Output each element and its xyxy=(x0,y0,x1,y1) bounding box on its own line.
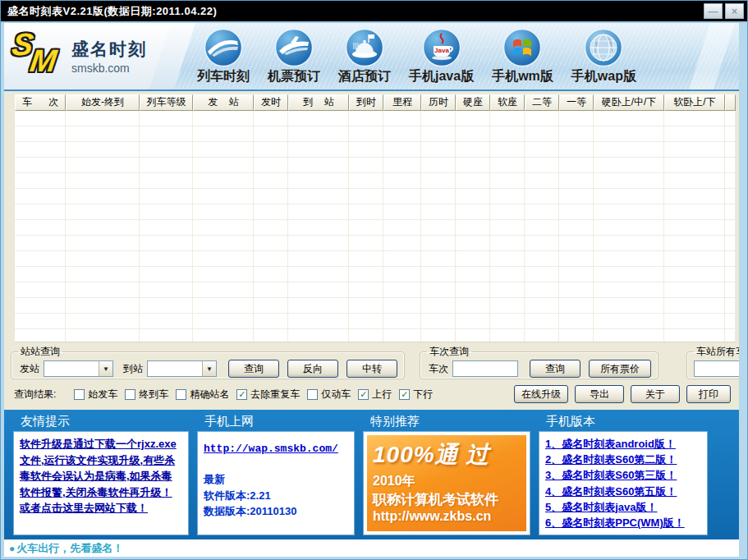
chevron-down-icon: ▼ xyxy=(99,361,112,376)
status-text: 火车出行，先看盛名！ xyxy=(16,541,123,556)
status-bar: ● 火车出行，先看盛名！ xyxy=(4,539,739,557)
toolbar-label: 酒店预订 xyxy=(338,68,391,85)
toolbar-flight-booking[interactable]: 机票预订 xyxy=(264,28,324,85)
train-table-body[interactable] xyxy=(15,111,736,342)
checkbox-label: 去除重复车 xyxy=(250,388,300,402)
checkbox-remove-duplicates[interactable]: ✓ 去除重复车 xyxy=(236,388,300,402)
version-link-android[interactable]: 1、盛名时刻表android版！ xyxy=(545,436,701,452)
col-header-origin-dest[interactable]: 始发-终到 xyxy=(66,94,140,111)
panel-tips: 友情提示 软件升级是通过下载一个rjxz.exe文件,运行该文件实现升级,有些杀… xyxy=(14,411,188,542)
ad-line-1: 100%通 过 xyxy=(373,439,521,470)
train-icon xyxy=(204,28,243,67)
station-all-combobox[interactable]: ▼ xyxy=(694,360,739,377)
toolbar-mobile-wap[interactable]: 手机wap版 xyxy=(567,28,640,85)
train-no-label: 车次 xyxy=(429,362,448,376)
train-search-button[interactable]: 查询 xyxy=(530,360,581,378)
table-column xyxy=(349,111,383,342)
panel-recommend-title: 特别推荐 xyxy=(364,411,530,432)
col-header-hard-seat[interactable]: 硬座 xyxy=(456,94,490,111)
from-station-value xyxy=(44,361,99,376)
to-station-combobox[interactable]: ▼ xyxy=(147,360,217,377)
export-button[interactable]: 导出 xyxy=(575,385,624,403)
col-header-soft-seat[interactable]: 软座 xyxy=(490,94,525,111)
table-column xyxy=(193,111,254,342)
logo-letter-m: M xyxy=(28,44,59,79)
checkbox-label: 下行 xyxy=(413,388,433,402)
about-button[interactable]: 关于 xyxy=(631,385,680,403)
col-header-train-no[interactable]: 车 次 xyxy=(15,94,66,111)
online-upgrade-button[interactable]: 在线升级 xyxy=(514,385,568,403)
close-button[interactable]: × xyxy=(725,3,744,19)
checkbox-label: 终到车 xyxy=(139,388,168,402)
table-column xyxy=(456,111,490,342)
col-header-duration[interactable]: 历时 xyxy=(421,94,456,111)
train-no-input[interactable] xyxy=(452,360,518,377)
checkbox-origin-train[interactable]: 始发车 xyxy=(74,388,117,402)
checkbox-icon: ✓ xyxy=(399,389,410,400)
col-header-distance[interactable]: 里程 xyxy=(383,94,421,111)
version-link-s60v2[interactable]: 2、盛名时刻表S60第二版！ xyxy=(545,452,701,467)
table-column xyxy=(525,111,559,342)
col-header-train-class[interactable]: 列车等级 xyxy=(140,94,193,111)
upgrade-tip-link[interactable]: 软件升级是通过下载一个rjxz.exe文件,运行该文件实现升级,有些杀毒软件会误… xyxy=(20,438,177,514)
col-header-soft-sleeper[interactable]: 软卧上/下 xyxy=(664,94,725,111)
from-station-combobox[interactable]: ▼ xyxy=(44,360,113,377)
col-header-dep-time[interactable]: 发时 xyxy=(254,94,288,111)
station-search-button[interactable]: 查询 xyxy=(228,360,279,378)
checkbox-terminal-train[interactable]: 终到车 xyxy=(125,388,168,402)
version-link-s60v3[interactable]: 3、盛名时刻表S60第三版！ xyxy=(545,467,701,483)
print-button[interactable]: 打印 xyxy=(686,385,731,403)
station-all-trains-group: 车站所有车次查询 ▼ 查询 xyxy=(686,345,739,379)
col-header-filler xyxy=(725,94,736,111)
transfer-button[interactable]: 中转 xyxy=(346,360,397,378)
toolbar-label: 手机wm版 xyxy=(492,68,553,85)
logo-name: 盛名时刻 xyxy=(71,38,147,61)
col-header-arr-time[interactable]: 到时 xyxy=(349,94,383,111)
minimize-button[interactable]: — xyxy=(704,3,723,19)
checkbox-label: 仅动车 xyxy=(321,388,351,402)
toolbar-label: 机票预订 xyxy=(268,68,320,85)
title-bar: 盛名时刻表V2.21版(数据日期:2011.04.22) — × xyxy=(1,1,747,23)
version-link-ppc-wm[interactable]: 6、盛名时刻表PPC(WM)版！ xyxy=(545,515,701,530)
all-prices-button[interactable]: 所有票价 xyxy=(589,360,651,378)
app-header: S M 盛名时刻 smskb.com 列车时刻 xyxy=(4,23,739,90)
table-column xyxy=(559,111,594,342)
station-query-title: 站站查询 xyxy=(18,345,62,359)
client-area: 车 次 始发-终到 列车等级 发 站 发时 到 站 到时 里程 历时 硬座 软座… xyxy=(4,90,739,557)
station-all-trains-title: 车站所有车次查询 xyxy=(694,345,739,359)
toolbar-mobile-java[interactable]: Java 手机java版 xyxy=(405,28,478,85)
toolbar-mobile-wm[interactable]: 手机wm版 xyxy=(488,28,558,85)
sm-logo-icon: S M xyxy=(11,30,71,83)
checkbox-exact-station[interactable]: 精确站名 xyxy=(176,388,229,402)
app-window: 盛名时刻表V2.21版(数据日期:2011.04.22) — × S M 盛名时… xyxy=(0,0,748,560)
table-column xyxy=(15,111,66,342)
checkbox-icon xyxy=(74,389,85,400)
checkbox-bullet-only[interactable]: 仅动车 xyxy=(307,388,351,402)
panel-mobile-versions-title: 手机版本 xyxy=(539,411,707,432)
checkbox-downbound[interactable]: ✓ 下行 xyxy=(399,388,433,402)
col-header-arr-station[interactable]: 到 站 xyxy=(288,94,349,111)
col-header-first-class[interactable]: 一等 xyxy=(559,94,594,111)
train-query-title: 车次查询 xyxy=(427,345,471,359)
table-header-row: 车 次 始发-终到 列车等级 发 站 发时 到 站 到时 里程 历时 硬座 软座… xyxy=(15,94,736,111)
station-query-group: 站站查询 发站 ▼ 到站 ▼ 查询 反向 中转 xyxy=(11,345,405,379)
col-header-second-class[interactable]: 二等 xyxy=(525,94,559,111)
version-link-java[interactable]: 5、盛名时刻表java版！ xyxy=(545,499,701,515)
ad-banner[interactable]: 100%通 过 2010年 职称计算机考试软件 http://www.zkbs.… xyxy=(367,435,526,531)
wap-site-link[interactable]: http://wap.smskb.com/ xyxy=(204,443,338,455)
filter-row: 查询结果: 始发车 终到车 精确站名 ✓ 去除重复车 xyxy=(14,385,732,403)
version-link-s60v5[interactable]: 4、盛名时刻表S60第五版！ xyxy=(545,484,701,499)
checkbox-upbound[interactable]: ✓ 上行 xyxy=(358,388,392,402)
table-column xyxy=(383,111,421,342)
toolbar-train-times[interactable]: 列车时刻 xyxy=(193,28,254,85)
window-frame: S M 盛名时刻 smskb.com 列车时刻 xyxy=(4,23,739,557)
col-header-dep-station[interactable]: 发 站 xyxy=(193,94,254,111)
reverse-button[interactable]: 反向 xyxy=(287,360,338,378)
station-all-value xyxy=(695,361,739,376)
toolbar-label: 手机java版 xyxy=(409,68,474,85)
hotel-icon xyxy=(345,28,384,67)
window-title: 盛名时刻表V2.21版(数据日期:2011.04.22) xyxy=(7,4,701,19)
java-icon-text: Java xyxy=(434,47,449,54)
toolbar-hotel-booking[interactable]: 酒店预订 xyxy=(334,28,395,85)
col-header-hard-sleeper[interactable]: 硬卧上/中/下 xyxy=(594,94,664,111)
